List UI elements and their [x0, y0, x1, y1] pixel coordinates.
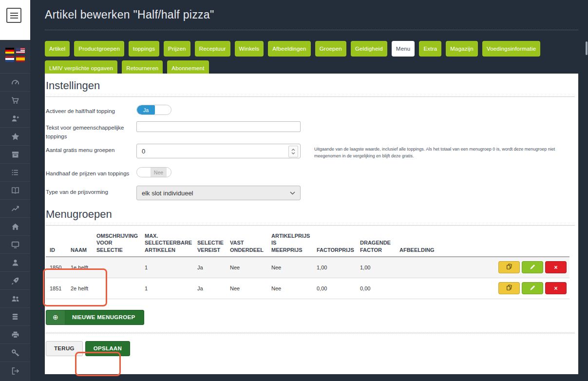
sidebar-item-rocket[interactable]	[0, 271, 30, 289]
tab-magazijn[interactable]: Magazijn	[446, 41, 478, 57]
list-icon	[11, 168, 19, 177]
tab-afbeeldingen[interactable]: Afbeeldingen	[268, 41, 311, 57]
back-button[interactable]: TERUG	[46, 341, 83, 356]
netherlands-flag-icon[interactable]	[5, 56, 14, 62]
free-menu-groups-input[interactable]	[136, 144, 301, 158]
tab-geldigheid[interactable]: Geldigheid	[351, 41, 387, 57]
tab-productgroepen[interactable]: Productgroepen	[74, 41, 124, 57]
cell-factorprijs: 1,00	[313, 257, 356, 278]
plus-circle-icon: ⊕	[46, 310, 65, 324]
table-row: 18512e helft1JaNeeNee0,000,00×	[46, 278, 569, 299]
cell-dragende-factor: 0,00	[356, 278, 396, 299]
cell-naam: 2e helft	[67, 278, 93, 299]
sidebar-item-monitor[interactable]	[0, 235, 30, 253]
chevron-up-icon	[291, 149, 295, 151]
sidebar-item-dashboard[interactable]	[0, 73, 30, 91]
sidebar-item-book[interactable]	[0, 181, 30, 199]
title-divider	[45, 30, 578, 30]
tab-receptuur[interactable]: Receptuur	[195, 41, 230, 57]
page-title: Artikel bewerken "Half/half pizza"	[45, 8, 214, 21]
cell-factorprijs: 0,00	[313, 278, 356, 299]
cell-vast-onderdeel: Nee	[226, 278, 267, 299]
usa-flag-icon[interactable]	[16, 48, 25, 54]
settings-heading: Instellingen	[46, 79, 574, 93]
book-icon	[11, 186, 20, 195]
copy-row-button[interactable]	[498, 261, 520, 273]
keep-prices-toggle[interactable]: Nee	[136, 167, 171, 177]
tab-extra[interactable]: Extra	[419, 41, 441, 57]
tab-toppings[interactable]: toppings	[129, 41, 159, 57]
save-button[interactable]: OPSLAAN	[85, 341, 130, 356]
sidebar-item-users[interactable]	[0, 289, 30, 307]
cell-omschrijving	[93, 278, 141, 299]
sidebar-item-printer[interactable]	[0, 325, 30, 343]
form-row-pricing-type: Type van de prijsvorming elk slot indivi…	[46, 186, 574, 206]
cell-afbeelding	[396, 257, 454, 278]
pricing-type-select[interactable]: elk slot individueel	[136, 186, 301, 200]
archive-icon	[11, 150, 20, 159]
new-menugroup-button[interactable]: ⊕ NIEUWE MENUGROEP	[46, 310, 144, 325]
cell-max-selecteerbare: 1	[141, 257, 193, 278]
delete-row-button[interactable]: ×	[545, 282, 567, 294]
tab-prijzen[interactable]: Prijzen	[164, 41, 190, 57]
form-row-free-menu-groups: Aantal gratis menu groepen Uitgaande van…	[46, 144, 574, 167]
key-icon	[11, 348, 20, 358]
cell-omschrijving	[93, 257, 141, 278]
sidebar-nav	[0, 73, 30, 380]
pencil-icon	[530, 264, 536, 271]
cell-vast-onderdeel: Nee	[226, 257, 267, 278]
half-half-toggle[interactable]: Ja	[136, 105, 171, 115]
footer-buttons: TERUG OPSLAAN	[46, 341, 574, 356]
cell-actions: ×	[454, 278, 569, 299]
sidebar-item-user[interactable]	[0, 253, 30, 271]
star-icon	[11, 132, 20, 141]
germany-flag-icon[interactable]	[5, 48, 14, 54]
new-menugroup-label: NIEUWE MENUGROEP	[72, 314, 135, 320]
form-row-activate-topping: Activeer de half/half topping Ja	[46, 105, 574, 121]
cell-selectie-vereist: Ja	[193, 257, 226, 278]
chart-icon	[11, 204, 20, 213]
toggle-on-label: Ja	[137, 105, 155, 114]
sidebar-item-chart[interactable]	[0, 199, 30, 217]
copy-row-button[interactable]	[498, 282, 520, 294]
number-stepper[interactable]	[288, 146, 298, 157]
sidebar-item-archive[interactable]	[0, 145, 30, 163]
cell-actions: ×	[454, 257, 569, 278]
monitor-icon	[11, 240, 20, 249]
language-flags	[5, 48, 25, 62]
sidebar-item-key[interactable]	[0, 343, 30, 362]
column-header: VAST ONDERDEEL	[226, 232, 267, 257]
tab-voedingsinformatie[interactable]: Voedingsinformatie	[482, 41, 540, 57]
sidebar-item-user-plus[interactable]	[0, 109, 30, 127]
select-value: elk slot individueel	[142, 190, 193, 197]
tab-bar: ArtikelProductgroepentoppingsPrijzenRece…	[45, 41, 587, 76]
tab-artikel[interactable]: Artikel	[45, 41, 70, 57]
spain-flag-icon[interactable]	[16, 56, 25, 62]
delete-row-button[interactable]: ×	[545, 261, 567, 273]
field-label: Handhaaf de prijzen van toppings	[46, 167, 136, 178]
common-toppings-input[interactable]	[136, 121, 301, 132]
cell-id: 1851	[46, 278, 67, 299]
rocket-icon	[11, 276, 20, 286]
edit-row-button[interactable]	[522, 261, 543, 273]
field-label: Type van de prijsvorming	[46, 186, 136, 196]
menu-toggle-button[interactable]	[6, 8, 21, 23]
tab-menu[interactable]: Menu	[392, 41, 415, 57]
sidebar-item-logout[interactable]	[0, 362, 30, 380]
edit-row-button[interactable]	[522, 282, 543, 294]
scrollbar-thumb[interactable]	[586, 41, 588, 55]
divider	[46, 225, 574, 226]
home-icon	[11, 222, 20, 231]
copy-icon	[505, 284, 513, 293]
cell-artikelprijs-is-meerprijs: Nee	[267, 278, 313, 299]
sidebar-item-database[interactable]	[0, 307, 30, 325]
sidebar-item-cart[interactable]	[0, 91, 30, 109]
sidebar-item-home[interactable]	[0, 217, 30, 235]
table-header-row: IDNAAMOMSCHRIJVING VOOR SELECTIEMAX. SEL…	[46, 232, 569, 257]
sidebar-item-list[interactable]	[0, 163, 30, 181]
tab-winkels[interactable]: Winkels	[235, 41, 264, 57]
tab-groepen[interactable]: Groepen	[315, 41, 346, 57]
help-text: Uitgaande van de laagste waarde, inclusi…	[314, 144, 563, 160]
sidebar-item-star[interactable]	[0, 127, 30, 145]
field-label: Tekst voor gemeenschappelijke toppings	[46, 121, 136, 141]
